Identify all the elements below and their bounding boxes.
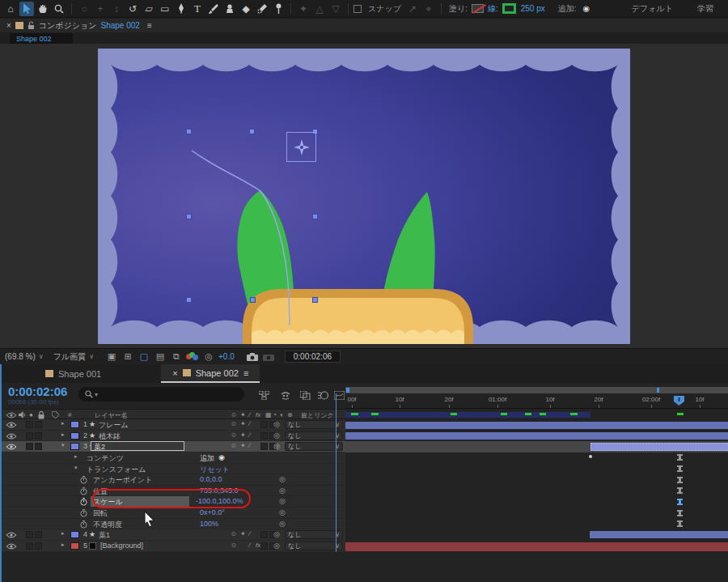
selection-handle[interactable] [249, 129, 255, 134]
twirl-icon[interactable]: ▸ [61, 420, 65, 427]
composition-flowchart-icon[interactable] [256, 389, 271, 401]
motion-blur-column-icon[interactable]: ◔ [273, 411, 277, 418]
group-name[interactable]: コンテンツ [87, 453, 124, 464]
opacity-row[interactable]: 不透明度 100% ◎ [2, 519, 345, 530]
zoom-tool-icon[interactable] [52, 2, 66, 16]
add-label[interactable]: 追加 [200, 453, 214, 464]
keyframe-icon[interactable] [679, 520, 681, 527]
label-color-chip[interactable] [70, 443, 79, 450]
magnification-select[interactable]: (69.8 %)∨ [5, 352, 44, 361]
layer-bar-leaf2[interactable] [590, 443, 728, 451]
twirl-icon[interactable]: ▾ [61, 442, 65, 448]
eye-icon[interactable] [6, 543, 16, 550]
guides-options-icon[interactable]: ⧉ [170, 351, 183, 363]
reset-link[interactable]: リセット [200, 465, 230, 475]
twirl-icon[interactable]: ▸ [74, 453, 78, 460]
pickwhip-icon[interactable]: ◎ [279, 497, 286, 505]
search-options-chevron-icon[interactable]: ▾ [95, 391, 98, 398]
label-column-icon[interactable] [52, 411, 59, 418]
label-color-chip[interactable] [70, 432, 79, 440]
property-value[interactable]: 0.0,0.0 [200, 475, 222, 483]
pen-tool-icon[interactable] [174, 2, 188, 16]
region-of-interest-icon[interactable]: ▤ [154, 351, 167, 363]
close-icon[interactable]: × [6, 21, 11, 30]
keyframe-dot[interactable] [589, 455, 592, 458]
layer-name[interactable]: 植木鉢 [99, 431, 121, 442]
mask-visibility-icon[interactable]: ▢ [138, 351, 150, 363]
puppet-pin-icon[interactable] [271, 2, 286, 16]
snap-options-icon[interactable]: ↗ [405, 2, 420, 16]
frame-blend-toggle-icon[interactable] [298, 389, 312, 401]
label-color-chip[interactable] [70, 542, 79, 550]
parent-select[interactable]: なし∨ [285, 530, 343, 539]
solo-column-icon[interactable]: ● [29, 411, 33, 418]
composition-canvas[interactable] [98, 49, 630, 344]
twirl-icon[interactable]: ▾ [74, 465, 78, 471]
label-color-chip[interactable] [70, 421, 79, 428]
selection-tool-icon[interactable] [19, 2, 34, 16]
parent-select[interactable]: なし∨ [285, 442, 343, 451]
stroke-label[interactable]: 線: [488, 3, 498, 15]
stopwatch-icon[interactable] [80, 487, 87, 495]
parent-select[interactable]: なし∨ [285, 420, 343, 429]
frame-blend-column-icon[interactable]: ▦ [265, 411, 272, 418]
timeline-tab-shape002[interactable]: × Shape 002 ≡ [161, 364, 260, 383]
twirl-icon[interactable]: ▸ [61, 431, 65, 438]
add-menu-icon[interactable]: ◉ [583, 4, 590, 13]
stroke-swatch[interactable] [502, 3, 516, 14]
twirl-icon[interactable]: ▸ [61, 530, 65, 537]
selection-handle[interactable] [186, 129, 192, 134]
panel-menu-icon[interactable]: ≡ [243, 368, 248, 378]
pickwhip-icon[interactable]: ◎ [279, 486, 286, 495]
layer-name-edit-field[interactable]: 葉2 [91, 441, 184, 451]
layer-row-leaf2[interactable]: ▾ 3 ★ 葉2 ☺✦∕ ◎ なし∨ [2, 441, 345, 452]
transparency-grid-icon[interactable]: ⊞ [121, 351, 134, 363]
text-tool-icon[interactable]: T [190, 2, 205, 16]
panel-menu-icon[interactable]: ≡ [147, 21, 152, 30]
keyframe-icon-selected[interactable] [679, 499, 681, 505]
clone-stamp-icon[interactable] [222, 2, 237, 16]
pickwhip-icon[interactable]: ◎ [279, 508, 286, 516]
fill-swatch[interactable] [472, 4, 484, 13]
selection-handle[interactable] [312, 297, 318, 303]
pan-behind-tool-icon[interactable]: ▱ [142, 2, 156, 16]
search-input[interactable]: ▾ [78, 387, 244, 401]
speaker-icon[interactable] [19, 411, 26, 418]
collapse-column-icon[interactable]: ✦ [240, 411, 246, 418]
selection-handle[interactable] [312, 214, 318, 219]
property-name[interactable]: 不透明度 [93, 520, 122, 530]
shy-toggle-icon[interactable] [278, 389, 293, 401]
layer-name[interactable]: フレーム [99, 420, 129, 431]
layer-row-frame[interactable]: ▸ 1 ★ フレーム ☺✦∕ ◎ なし∨ [2, 419, 345, 431]
exposure-value[interactable]: +0.0 [218, 352, 235, 361]
group-name[interactable]: トランスフォーム [87, 465, 146, 475]
add-menu-icon[interactable]: ◉ [218, 453, 225, 461]
keyframe-icon[interactable] [679, 454, 681, 461]
rotation-tool-icon[interactable]: ↺ [125, 2, 140, 16]
twirl-icon[interactable]: ▸ [61, 542, 65, 548]
pickwhip-icon[interactable]: ◎ [273, 530, 280, 538]
timeline-tab-shape001[interactable]: Shape 001 [34, 364, 112, 383]
resolution-select[interactable]: フル画質∨ [53, 351, 94, 363]
pickwhip-icon[interactable]: ◎ [273, 542, 280, 550]
lock-icon[interactable] [38, 411, 44, 419]
workspace-learn[interactable]: 学習 [697, 3, 713, 15]
quality-column-icon[interactable]: ∕ [249, 411, 250, 418]
shape-tool-icon[interactable]: ▭ [158, 2, 172, 16]
grid-options-icon[interactable]: ▣ [105, 351, 118, 363]
transform-group-row[interactable]: ▾ トランスフォーム リセット [2, 464, 345, 475]
eye-icon[interactable] [6, 412, 16, 418]
eye-icon[interactable] [6, 433, 16, 440]
exposure-icon[interactable]: ◎ [202, 351, 215, 363]
workspace-default[interactable]: デフォルト [632, 3, 673, 15]
keyframe-icon[interactable] [679, 477, 681, 483]
layer-row-background[interactable]: ▸ 5 [Background] ☺∕fx ◎ なし∨ [2, 541, 345, 552]
stopwatch-icon[interactable] [80, 509, 87, 517]
pickwhip-icon[interactable]: ◎ [273, 442, 280, 450]
playhead-marker[interactable] [674, 396, 684, 406]
fx-column-icon[interactable]: fx [256, 411, 260, 418]
pickwhip-icon[interactable]: ◎ [279, 475, 286, 483]
keyframe-icon[interactable] [679, 465, 681, 472]
selection-handle[interactable] [250, 297, 256, 303]
track-area[interactable] [345, 364, 728, 582]
